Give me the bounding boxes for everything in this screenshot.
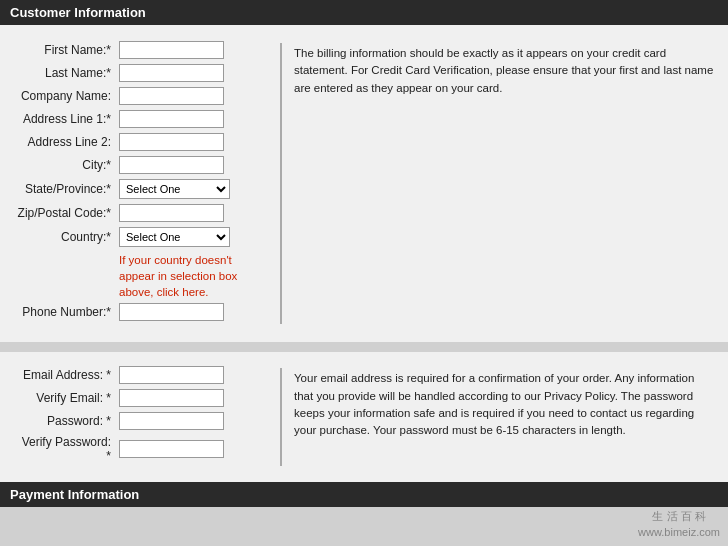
- last-name-label: Last Name:*: [14, 66, 119, 80]
- country-link[interactable]: If your country doesn't appear in select…: [119, 252, 270, 300]
- phone-row: Phone Number:*: [14, 303, 270, 321]
- address2-row: Address Line 2:: [14, 133, 270, 151]
- state-row: State/Province:* Select One: [14, 179, 270, 199]
- payment-header-label: Payment Information: [10, 487, 139, 502]
- customer-form-area: First Name:* Last Name:* Company Name: A…: [0, 25, 728, 342]
- first-name-row: First Name:*: [14, 41, 270, 59]
- phone-input[interactable]: [119, 303, 224, 321]
- password-label: Password: *: [14, 414, 119, 428]
- country-label: Country:*: [14, 230, 119, 244]
- form-divider: [280, 43, 282, 324]
- billing-info: The billing information should be exactl…: [282, 35, 728, 332]
- email-row: Email Address: *: [14, 366, 270, 384]
- address2-input[interactable]: [119, 133, 224, 151]
- city-row: City:*: [14, 156, 270, 174]
- first-name-label: First Name:*: [14, 43, 119, 57]
- verify-email-row: Verify Email: *: [14, 389, 270, 407]
- billing-info-text: The billing information should be exactl…: [294, 45, 714, 97]
- country-row: Country:* Select One: [14, 227, 270, 247]
- first-name-input[interactable]: [119, 41, 224, 59]
- verify-email-input[interactable]: [119, 389, 224, 407]
- country-select[interactable]: Select One: [119, 227, 230, 247]
- state-label: State/Province:*: [14, 182, 119, 196]
- city-label: City:*: [14, 158, 119, 172]
- company-name-label: Company Name:: [14, 89, 119, 103]
- customer-header-label: Customer Information: [10, 5, 146, 20]
- verify-password-row: Verify Password: *: [14, 435, 270, 463]
- zip-input[interactable]: [119, 204, 224, 222]
- company-name-row: Company Name:: [14, 87, 270, 105]
- zip-row: Zip/Postal Code:*: [14, 204, 270, 222]
- section-spacer: [0, 342, 728, 352]
- address1-input[interactable]: [119, 110, 224, 128]
- phone-label: Phone Number:*: [14, 305, 119, 319]
- city-input[interactable]: [119, 156, 224, 174]
- address1-label: Address Line 1:*: [14, 112, 119, 126]
- customer-form-left: First Name:* Last Name:* Company Name: A…: [0, 35, 280, 332]
- email-form-left: Email Address: * Verify Email: * Passwor…: [0, 360, 280, 474]
- verify-password-label: Verify Password: *: [14, 435, 119, 463]
- verify-password-input[interactable]: [119, 440, 224, 458]
- verify-email-label: Verify Email: *: [14, 391, 119, 405]
- email-label: Email Address: *: [14, 368, 119, 382]
- email-info-text: Your email address is required for a con…: [294, 372, 694, 436]
- password-input[interactable]: [119, 412, 224, 430]
- company-name-input[interactable]: [119, 87, 224, 105]
- email-form-area: Email Address: * Verify Email: * Passwor…: [0, 352, 728, 482]
- state-select[interactable]: Select One: [119, 179, 230, 199]
- zip-label: Zip/Postal Code:*: [14, 206, 119, 220]
- address1-row: Address Line 1:*: [14, 110, 270, 128]
- email-info: Your email address is required for a con…: [282, 360, 728, 474]
- last-name-input[interactable]: [119, 64, 224, 82]
- last-name-row: Last Name:*: [14, 64, 270, 82]
- address2-label: Address Line 2:: [14, 135, 119, 149]
- email-input[interactable]: [119, 366, 224, 384]
- customer-section-header: Customer Information: [0, 0, 728, 25]
- password-row: Password: *: [14, 412, 270, 430]
- payment-section-header: Payment Information: [0, 482, 728, 507]
